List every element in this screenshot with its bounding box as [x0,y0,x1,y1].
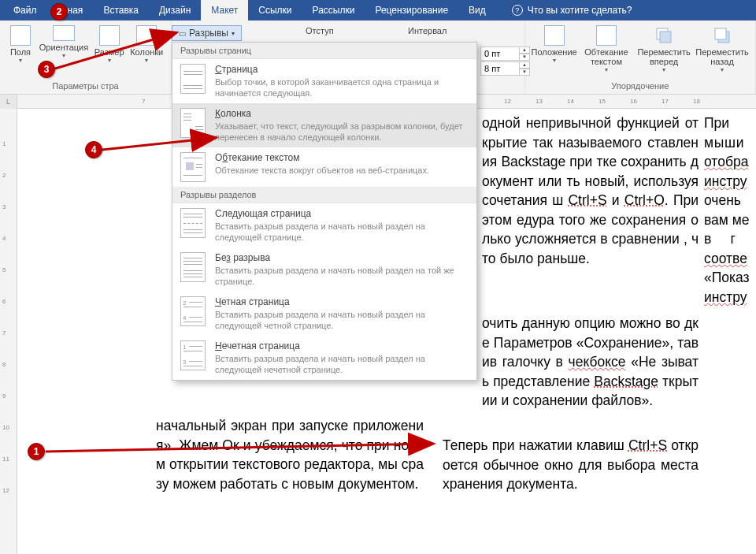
margins-label: Поля [10,47,31,57]
arrange-group-label: Упорядочение [530,80,750,92]
bring-forward-icon [654,25,674,46]
menu-item-desc: Вставить разрыв раздела и начать новый р… [215,221,469,243]
indent-group-label: Отступ [306,26,334,35]
columns-label: Колонки [130,47,163,57]
tab-review[interactable]: Рецензирование [365,0,458,20]
doc-column-3[interactable]: При мыши отобра инстру очень вам ме в г … [704,113,756,307]
send-backward-button[interactable]: Переместить назад ▾ [694,24,750,75]
position-label: Положение [532,47,577,57]
even-page-icon: 24 [180,296,206,326]
bring-forward-button[interactable]: Переместить вперед ▾ [634,24,694,75]
continuous-icon [180,252,206,282]
menu-item-title: Нечетная страница [215,340,469,351]
chevron-down-icon: ▾ [145,57,148,64]
interval-group-label: Интервал [408,26,447,35]
page-setup-group-label: Параметры стра [5,80,166,92]
tab-mailings[interactable]: Рассылки [302,0,365,20]
dropdown-section-section-breaks: Разрывы разделов [172,187,476,203]
breaks-dropdown: Разрывы страниц Страница Выбор точки, в … [172,42,477,381]
bulb-icon: ? [512,5,523,16]
columns-button[interactable]: Колонки ▾ [127,24,166,65]
spin-down[interactable]: ▼ [519,69,530,76]
chevron-down-icon: ▾ [232,30,235,37]
breaks-label: Разрывы [189,28,228,39]
menu-item-title: Следующая страница [215,208,469,219]
chevron-down-icon: ▾ [662,66,665,73]
menu-item-desc: Вставить разрыв раздела и начать новый р… [215,265,469,287]
size-label: Размер [94,47,124,57]
size-icon [99,25,120,46]
send-backward-label: Переместить назад [695,47,748,66]
tab-view[interactable]: Вид [458,0,496,20]
menu-item-title: Колонка [215,108,469,119]
breaks-icon: ▭ [179,29,186,38]
menu-item-desc: Вставить разрыв раздела и начать новый р… [215,353,469,375]
menu-item-desc: Вставить разрыв раздела и начать новый р… [215,309,469,331]
tab-insert[interactable]: Вставка [93,0,149,20]
callout-4: 4 [85,141,102,158]
doc-column-2-p3[interactable]: Теперь при нажатии клавиш Ctrl+S откроет… [443,436,699,494]
menu-item-desc: Выбор точки, в которой заканчивается одн… [215,76,469,99]
size-button[interactable]: Размер ▾ [91,24,127,65]
menu-item-even-page[interactable]: 24 Четная страница Вставить разрыв разде… [172,292,476,336]
column-break-icon [180,108,206,138]
chevron-down-icon: ▾ [108,57,111,64]
tab-design[interactable]: Дизайн [149,0,201,20]
page-break-icon [180,64,206,94]
orientation-button[interactable]: Ориентация ▾ [36,24,91,61]
menu-item-column-break[interactable]: Колонка Указывает, что текст, следующий … [172,103,476,147]
spin-down[interactable]: ▼ [519,54,530,61]
svg-rect-3 [715,28,726,39]
next-page-icon [180,208,206,238]
group-page-setup: Поля ▾ Ориентация ▾ Размер ▾ Колонки ▾ П… [0,20,172,94]
wrap-button[interactable]: Обтекание текстом ▾ [579,24,635,75]
tab-file[interactable]: Файл [3,0,47,20]
menu-item-next-page[interactable]: Следующая страница Вставить разрыв разде… [172,203,476,247]
orientation-icon [53,25,75,41]
menu-item-title: Без разрыва [215,252,469,263]
callout-3: 3 [38,61,55,78]
spacing-after-row: ▲▼ [480,61,530,76]
chevron-down-icon: ▾ [19,57,22,64]
ruler-corner: L [0,95,17,109]
ruler-vertical[interactable]: 1 2 3 4 5 6 7 8 9 10 11 12 [0,109,17,554]
chevron-down-icon: ▾ [553,57,556,64]
tell-me-label: Что вы хотите сделать? [528,5,632,16]
margins-button[interactable]: Поля ▾ [5,24,36,65]
menu-item-text-wrap[interactable]: Обтекание текстом Обтекание текста вокру… [172,147,476,187]
bring-forward-label: Переместить вперед [637,47,691,66]
doc-column-2-p2[interactable]: очить данную опцию можно во дке Параметр… [482,314,699,411]
callout-2: 2 [50,3,68,20]
menu-item-title: Четная страница [215,296,469,307]
spin-up[interactable]: ▲ [519,46,530,54]
orientation-label: Ориентация [39,43,88,52]
wrap-label: Обтекание текстом [582,47,632,66]
tab-references[interactable]: Ссылки [248,0,302,20]
spin-up[interactable]: ▲ [519,61,530,69]
chevron-down-icon: ▾ [62,52,65,59]
chevron-down-icon: ▾ [721,66,724,73]
wrap-icon [596,25,617,46]
spacing-before-input[interactable] [480,46,520,61]
send-backward-icon [712,25,732,46]
dropdown-section-page-breaks: Разрывы страниц [172,43,476,59]
menu-item-odd-page[interactable]: 13 Нечетная страница Вставить разрыв раз… [172,336,476,380]
odd-page-icon: 13 [180,340,206,370]
tab-layout[interactable]: Макет [201,0,248,20]
text-wrap-icon [180,152,206,182]
menu-item-desc: Указывает, что текст, следующий за разры… [215,121,469,143]
doc-column-1[interactable]: начальный экран при запуске приложения».… [156,416,424,493]
menu-item-page-break[interactable]: Страница Выбор точки, в которой заканчив… [172,59,476,103]
spacing-after-input[interactable] [480,61,520,76]
menu-item-continuous[interactable]: Без разрыва Вставить разрыв раздела и на… [172,247,476,292]
svg-rect-1 [660,32,671,43]
tell-me-search[interactable]: ? Что вы хотите сделать? [512,5,632,16]
margins-icon [10,25,31,46]
columns-icon [136,25,157,46]
position-icon [544,25,565,46]
doc-column-2-p1[interactable]: одной непривычной функцией открытие так … [482,113,699,268]
breaks-button[interactable]: ▭ Разрывы ▾ [172,25,242,41]
position-button[interactable]: Положение ▾ [530,24,579,65]
menu-item-desc: Обтекание текста вокруг объектов на веб-… [215,165,429,176]
menu-item-title: Страница [215,64,469,75]
